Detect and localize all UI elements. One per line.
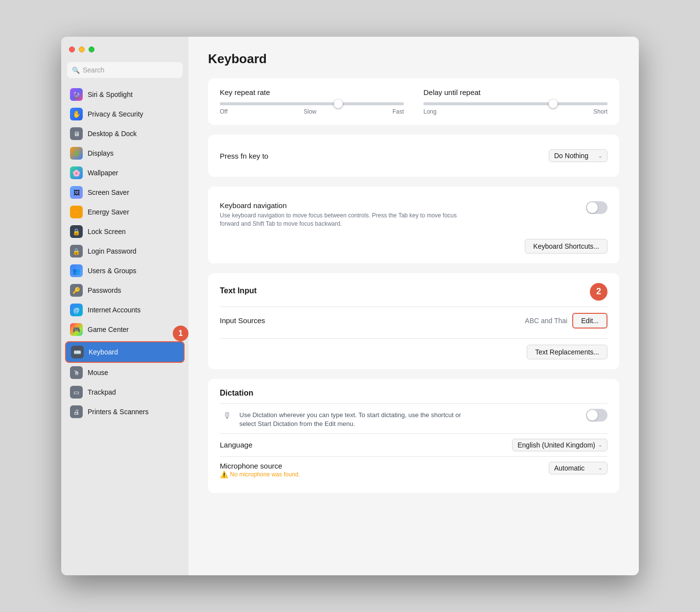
key-repeat-off: Off [220, 108, 228, 115]
input-sources-value: ABC and Thai [525, 317, 567, 325]
sidebar-item-label-siri: Siri & Spotlight [88, 91, 133, 98]
sidebar-item-lockscreen[interactable]: 🔒 Lock Screen [65, 222, 185, 241]
search-placeholder: Search [83, 66, 104, 74]
sidebar-item-trackpad[interactable]: ▭ Trackpad [65, 382, 185, 402]
key-repeat-group: Key repeat rate Off Slow Fast [220, 88, 404, 115]
desktop-icon: 🖥 [70, 127, 83, 140]
delay-long: Long [423, 108, 437, 115]
sidebar: 🔍 Search 🔮 Siri & Spotlight ✋ Privacy & … [61, 37, 188, 575]
fn-key-label: Press fn key to [220, 152, 268, 160]
search-bar[interactable]: 🔍 Search [67, 62, 183, 78]
keyboard-nav-label: Keyboard navigation [220, 201, 465, 210]
badge-2: 2 [590, 283, 607, 301]
slider-section: Key repeat rate Off Slow Fast Delay unti… [208, 78, 619, 125]
input-sources-label: Input Sources [220, 316, 265, 325]
sidebar-item-users[interactable]: 👥 Users & Groups [65, 261, 185, 281]
sidebar-item-passwords[interactable]: 🔑 Passwords [65, 281, 185, 300]
keyboard-nav-row: Keyboard navigation Use keyboard navigat… [220, 196, 607, 233]
printers-icon: 🖨 [70, 405, 83, 418]
displays-icon: ✳️ [70, 147, 83, 160]
key-repeat-slow: Slow [303, 108, 316, 115]
delay-repeat-track[interactable] [423, 102, 607, 105]
internet-icon: @ [70, 304, 83, 316]
sidebar-item-keyboard[interactable]: ⌨️ Keyboard [65, 341, 185, 363]
key-repeat-fast: Fast [393, 108, 404, 115]
language-dropdown[interactable]: English (United Kingdom) ⌄ [512, 439, 607, 451]
siri-icon: 🔮 [70, 88, 83, 101]
minimize-button[interactable] [79, 47, 85, 52]
microphone-dropdown[interactable]: Automatic ⌄ [549, 462, 607, 474]
sidebar-item-label-privacy: Privacy & Security [88, 110, 143, 118]
fn-key-dropdown[interactable]: Do Nothing ⌄ [549, 149, 607, 162]
sidebar-item-gamecenter[interactable]: 🎮 Game Center 1 [65, 320, 185, 339]
language-value: English (United Kingdom) [517, 441, 595, 449]
sidebar-item-label-keyboard: Keyboard [89, 348, 118, 356]
sidebar-item-label-energy: Energy Saver [88, 208, 129, 216]
key-repeat-label: Key repeat rate [220, 88, 404, 96]
fn-key-row: Press fn key to Do Nothing ⌄ [220, 144, 607, 167]
input-sources-right: ABC and Thai Edit... [525, 313, 607, 329]
keyboard-nav-toggle[interactable] [586, 201, 607, 214]
sidebar-item-label-trackpad: Trackpad [88, 388, 116, 396]
keyboard-nav-section: Keyboard navigation Use keyboard navigat… [208, 187, 619, 263]
fn-key-section: Press fn key to Do Nothing ⌄ [208, 135, 619, 177]
key-repeat-track[interactable] [220, 102, 404, 105]
toggle-knob [587, 202, 598, 213]
users-icon: 👥 [70, 264, 83, 277]
keyboard-nav-desc: Use keyboard navigation to move focus be… [220, 212, 465, 228]
dictation-heading: Dictation [220, 389, 607, 398]
text-input-heading: Text Input [220, 286, 257, 295]
sidebar-item-displays[interactable]: ✳️ Displays [65, 143, 185, 163]
key-repeat-thumb[interactable] [334, 99, 343, 108]
sidebar-item-siri[interactable]: 🔮 Siri & Spotlight [65, 85, 185, 104]
language-row: Language English (United Kingdom) ⌄ [220, 433, 607, 456]
sidebar-item-privacy[interactable]: ✋ Privacy & Security [65, 104, 185, 124]
sidebar-items: 🔮 Siri & Spotlight ✋ Privacy & Security … [61, 83, 188, 575]
warning-icon: ⚠️ [220, 471, 228, 478]
delay-repeat-thumb[interactable] [549, 99, 558, 108]
maximize-button[interactable] [89, 47, 94, 52]
microphone-label: Microphone source [220, 462, 282, 470]
text-replacements-button[interactable]: Text Replacements... [527, 345, 607, 359]
passwords-icon: 🔑 [70, 284, 83, 297]
sidebar-item-label-mouse: Mouse [88, 369, 108, 377]
sidebar-item-label-displays: Displays [88, 149, 114, 157]
sidebar-item-internet[interactable]: @ Internet Accounts [65, 300, 185, 320]
sidebar-item-label-printers: Printers & Scanners [88, 408, 149, 416]
dictation-toggle-knob [587, 410, 598, 421]
sidebar-item-wallpaper[interactable]: 🌸 Wallpaper [65, 163, 185, 183]
lockscreen-icon: 🔒 [70, 225, 83, 238]
text-input-section: Text Input 2 Input Sources ABC and Thai … [208, 273, 619, 369]
sidebar-item-screensaver[interactable]: 🖼 Screen Saver [65, 183, 185, 202]
microphone-value: Automatic [554, 464, 584, 472]
loginpassword-icon: 🔒 [70, 245, 83, 258]
edit-input-sources-button[interactable]: Edit... [572, 313, 607, 329]
mouse-icon: 🖱 [70, 366, 83, 379]
delay-repeat-labels: Long Short [423, 108, 607, 115]
sidebar-item-label-wallpaper: Wallpaper [88, 169, 118, 177]
delay-repeat-label: Delay until repeat [423, 88, 607, 96]
screensaver-icon: 🖼 [70, 186, 83, 199]
sidebar-item-printers[interactable]: 🖨 Printers & Scanners [65, 402, 185, 422]
energy-icon: 🔆 [70, 206, 83, 218]
search-icon: 🔍 [72, 67, 80, 74]
page-title: Keyboard [208, 51, 619, 67]
dictation-section: Dictation 🎙 Use Dictation wherever you c… [208, 379, 619, 493]
input-sources-row: Input Sources ABC and Thai Edit... [220, 306, 607, 334]
dictation-toggle[interactable] [586, 409, 607, 422]
text-input-header: Text Input 2 [220, 283, 607, 301]
dictation-row: 🎙 Use Dictation wherever you can type te… [220, 403, 607, 433]
sidebar-item-desktop[interactable]: 🖥 Desktop & Dock [65, 124, 185, 143]
close-button[interactable] [69, 47, 75, 52]
keyboard-shortcuts-button[interactable]: Keyboard Shortcuts... [525, 239, 607, 254]
sidebar-item-label-loginpassword: Login Password [88, 247, 137, 255]
mic-icon: 🎙 [220, 409, 234, 424]
sidebar-item-mouse[interactable]: 🖱 Mouse [65, 363, 185, 382]
sidebar-item-energy[interactable]: 🔆 Energy Saver [65, 202, 185, 222]
gamecenter-icon: 🎮 [70, 323, 83, 336]
language-dropdown-arrow: ⌄ [598, 442, 602, 447]
language-label: Language [220, 441, 253, 449]
sidebar-item-loginpassword[interactable]: 🔒 Login Password [65, 241, 185, 261]
sidebar-item-label-gamecenter: Game Center [88, 326, 129, 333]
warning-row: ⚠️ No microphone was found. [220, 471, 300, 478]
